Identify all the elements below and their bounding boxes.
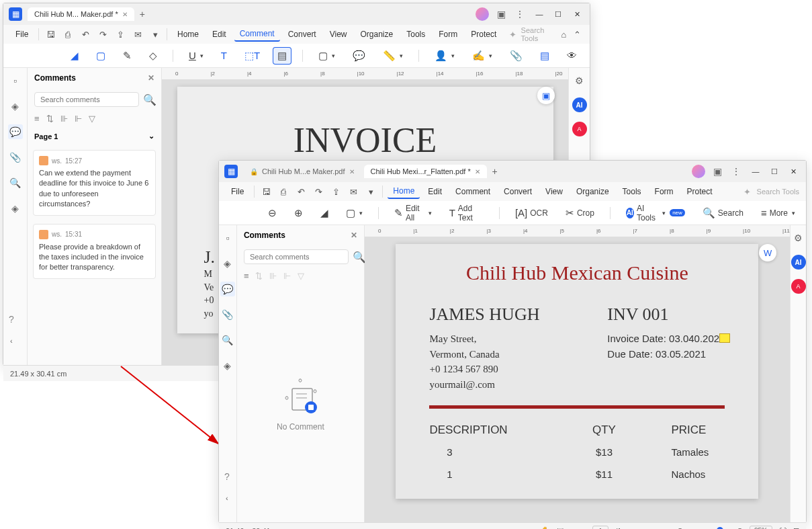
search-tools[interactable]: Search Tools xyxy=(521,26,556,42)
menu-edit[interactable]: Edit xyxy=(422,185,447,198)
properties-icon[interactable]: ⚙ xyxy=(572,73,587,88)
avatar[interactable] xyxy=(476,7,489,21)
more-icon[interactable]: ⋮ xyxy=(513,7,527,21)
cloud-up-icon[interactable]: ⌂ xyxy=(558,28,569,41)
menu-comment[interactable]: Comment xyxy=(234,27,280,42)
sort-icon[interactable]: ≡ xyxy=(34,114,40,124)
file-menu[interactable]: File xyxy=(226,185,249,198)
search-input[interactable] xyxy=(34,92,139,107)
close-panel-icon[interactable]: ✕ xyxy=(148,73,154,83)
select-tool-icon[interactable]: ⬚ xyxy=(557,526,563,529)
sticky-note-icon[interactable] xyxy=(719,333,730,343)
ocr-badge-icon[interactable]: A xyxy=(791,279,806,294)
menu-view[interactable]: View xyxy=(540,185,568,198)
close-button[interactable]: ✕ xyxy=(786,164,801,179)
tab-active[interactable]: Chili Hub M... Maker.pdf * ✕ xyxy=(28,7,134,21)
more-icon[interactable]: ⋮ xyxy=(729,165,743,178)
minimize-button[interactable]: — xyxy=(748,164,763,179)
underline-tool[interactable]: U▾ xyxy=(185,48,208,63)
undo-icon[interactable]: ↶ xyxy=(294,185,308,198)
search-rail-icon[interactable]: 🔍 xyxy=(220,333,235,348)
menu-convert[interactable]: Convert xyxy=(283,28,322,41)
dropdown-icon[interactable]: ▾ xyxy=(148,28,162,41)
help-icon[interactable]: ? xyxy=(9,314,14,325)
textbox-tool[interactable]: ⬚T xyxy=(240,48,264,64)
menu-tools[interactable]: Tools xyxy=(401,28,431,41)
list-comments-tool[interactable]: ▤ xyxy=(536,48,553,64)
highlight-tool[interactable]: ◢ xyxy=(66,48,83,64)
zoom-in-tool[interactable]: ⊕ xyxy=(290,205,307,221)
tab-add-button[interactable]: + xyxy=(137,9,148,19)
menu-home[interactable]: Home xyxy=(172,28,204,41)
ocr-tool[interactable]: [A]OCR xyxy=(511,205,552,220)
print-icon[interactable]: ⎙ xyxy=(277,185,290,198)
next-page-icon[interactable]: › xyxy=(628,527,631,530)
close-button[interactable]: ✕ xyxy=(570,7,584,22)
sort-icon[interactable]: ≡ xyxy=(244,271,249,281)
menu-view[interactable]: View xyxy=(324,28,353,41)
zoom-value[interactable]: 85% xyxy=(750,526,772,529)
minimize-button[interactable]: — xyxy=(532,7,547,22)
highlight-tool[interactable]: ◢ xyxy=(316,205,332,221)
tab-inactive[interactable]: 🔒 Chili Hub M...e Maker.pdf ✕ xyxy=(243,165,361,178)
word-badge-icon[interactable]: W xyxy=(759,244,776,261)
zoom-out-tool[interactable]: ⊖ xyxy=(264,205,281,221)
measure-tool[interactable]: 📏▾ xyxy=(379,48,407,64)
redo-icon[interactable]: ↷ xyxy=(312,185,325,198)
edit-all-tool[interactable]: ✎Edit All▾ xyxy=(390,202,436,225)
menu-comment[interactable]: Comment xyxy=(450,185,496,198)
comment-item[interactable]: ws. 15:27 Can we extend the payment dead… xyxy=(33,150,156,216)
redo-icon[interactable]: ↷ xyxy=(96,28,109,41)
area-highlight-tool[interactable]: ▢ xyxy=(92,48,109,64)
comments-rail-icon[interactable]: 💬 xyxy=(220,282,235,296)
zoom-out-icon[interactable]: ⊖ xyxy=(677,526,683,529)
ai-icon[interactable]: AI xyxy=(572,97,587,112)
insights-icon[interactable]: ▣ xyxy=(711,165,724,178)
thumbnails-icon[interactable]: ▫ xyxy=(220,231,235,245)
save-icon[interactable]: 🖫 xyxy=(259,185,273,198)
close-icon[interactable]: ✕ xyxy=(475,168,480,175)
hand-tool-icon[interactable]: ✋ xyxy=(541,526,550,529)
menu-protect[interactable]: Protect xyxy=(465,28,502,41)
shape-tool[interactable]: ▢▾ xyxy=(342,205,367,221)
fit-width-icon[interactable]: ⛶ xyxy=(779,527,786,530)
maximize-button[interactable]: ☐ xyxy=(551,7,566,22)
menu-edit[interactable]: Edit xyxy=(207,28,232,41)
tab-add-button[interactable]: + xyxy=(490,166,500,177)
magic-icon[interactable]: ✦ xyxy=(741,185,754,198)
insights-icon[interactable]: ▣ xyxy=(494,7,508,21)
properties-icon[interactable]: ⚙ xyxy=(791,231,806,245)
menu-form[interactable]: Form xyxy=(649,185,679,198)
attach-tool[interactable]: 📎 xyxy=(506,48,527,64)
filter-icon-2[interactable]: ⊪ xyxy=(60,114,68,124)
print-icon[interactable]: ⎙ xyxy=(61,28,75,41)
layers-icon[interactable]: ◈ xyxy=(8,201,23,216)
menu-form[interactable]: Form xyxy=(433,28,463,41)
stamp-tool[interactable]: 👤▾ xyxy=(431,48,459,64)
menu-home[interactable]: Home xyxy=(388,184,420,199)
prev-page-icon[interactable]: ‹ xyxy=(583,527,586,530)
search-tools[interactable]: Search Tools xyxy=(757,188,799,196)
comments-rail-icon[interactable]: 💬 xyxy=(8,124,23,139)
menu-organize[interactable]: Organize xyxy=(571,185,615,198)
mail-icon[interactable]: ✉ xyxy=(347,185,360,198)
signature-tool[interactable]: ✍▾ xyxy=(468,48,496,64)
page-input[interactable]: 1 xyxy=(592,526,608,530)
filter-icon-4[interactable]: ▽ xyxy=(89,114,95,124)
file-menu[interactable]: File xyxy=(10,28,34,41)
attachments-icon[interactable]: 📎 xyxy=(8,150,23,165)
undo-icon[interactable]: ↶ xyxy=(79,28,92,41)
menu-convert[interactable]: Convert xyxy=(498,185,537,198)
hide-comments-tool[interactable]: 👁 xyxy=(563,48,581,63)
search-input[interactable] xyxy=(244,249,349,264)
avatar[interactable] xyxy=(692,165,705,178)
close-icon[interactable]: ✕ xyxy=(122,11,128,18)
note-tool[interactable]: ▤ xyxy=(273,48,291,64)
save-icon[interactable]: 🖫 xyxy=(44,28,57,41)
page-header[interactable]: Page 1 ⌄ xyxy=(28,126,161,146)
first-page-icon[interactable]: ⇤ xyxy=(570,526,576,529)
comment-item[interactable]: ws. 15:31 Please provide a breakdown of … xyxy=(33,224,156,279)
ai-icon[interactable]: AI xyxy=(791,255,806,270)
search-icon[interactable]: 🔍 xyxy=(143,93,156,106)
ocr-badge-icon[interactable]: A xyxy=(572,122,587,136)
